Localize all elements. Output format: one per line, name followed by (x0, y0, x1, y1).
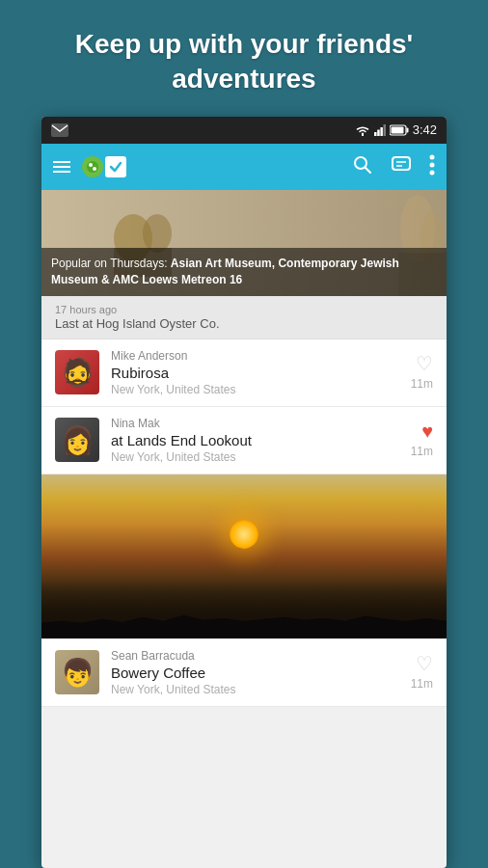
feed-time-mike: 11m (411, 377, 433, 391)
more-options-button[interactable] (429, 154, 435, 179)
feed-location-nina: New York, United States (111, 450, 399, 464)
feed-item-nina[interactable]: 👩 Nina Mak at Lands End Lookout New York… (41, 407, 447, 475)
wifi-icon (355, 124, 370, 136)
logo-check (105, 156, 126, 177)
feed-right-nina: ♥ 11m (411, 421, 433, 458)
gmail-icon (51, 123, 68, 137)
svg-point-17 (430, 162, 435, 167)
feed-time-sean: 11m (411, 677, 433, 691)
feed-right-sean: ♡ 11m (411, 654, 433, 691)
feed-place-mike: Rubirosa (111, 365, 399, 381)
svg-rect-3 (380, 127, 383, 136)
app-logo (82, 156, 126, 177)
messages-button[interactable] (391, 154, 412, 179)
svg-rect-7 (391, 126, 403, 133)
hamburger-menu[interactable] (53, 161, 70, 173)
avatar-nina: 👩 (55, 418, 99, 462)
like-button-sean[interactable]: ♡ (416, 654, 433, 673)
feed-place-nina: at Lands End Lookout (111, 432, 399, 448)
avatar-sean: 👦 (55, 650, 99, 694)
feed-time-nina: 11m (411, 445, 433, 458)
like-button-mike[interactable]: ♡ (416, 354, 433, 373)
like-button-nina[interactable]: ♥ (421, 421, 433, 441)
feed-content-sean: Sean Barracuda Bowery Coffee New York, U… (111, 649, 399, 696)
feed-right-mike: ♡ 11m (411, 354, 433, 391)
banner-prefix: Popular on Thursdays: (51, 257, 171, 270)
svg-rect-6 (406, 127, 408, 132)
nav-icons (352, 154, 435, 179)
feed-item-sean[interactable]: 👦 Sean Barracuda Bowery Coffee New York,… (41, 639, 447, 707)
feed-username-mike: Mike Anderson (111, 349, 399, 363)
section-time: 17 hours ago (55, 304, 433, 315)
svg-point-18 (430, 170, 435, 175)
svg-point-16 (430, 154, 435, 159)
svg-rect-0 (51, 123, 68, 137)
feed-place-sean: Bowery Coffee (111, 665, 399, 681)
status-right: 3:42 (355, 122, 437, 137)
svg-rect-1 (374, 132, 377, 136)
sun (230, 520, 258, 549)
search-button[interactable] (352, 154, 373, 179)
nav-bar (41, 144, 447, 190)
feed-content-nina: Nina Mak at Lands End Lookout New York, … (111, 417, 399, 464)
feed-content-mike: Mike Anderson Rubirosa New York, United … (111, 349, 399, 396)
status-time: 3:42 (413, 122, 437, 137)
photo-post-nina[interactable] (41, 475, 447, 639)
feed-item-mike[interactable]: 🧔 Mike Anderson Rubirosa New York, Unite… (41, 339, 447, 407)
svg-point-8 (87, 161, 98, 173)
feed-location-sean: New York, United States (111, 683, 399, 696)
signal-icon (374, 124, 386, 136)
svg-point-20 (143, 214, 172, 253)
feed-username-sean: Sean Barracuda (111, 649, 399, 663)
svg-point-9 (89, 163, 93, 167)
phone-frame: 3:42 (41, 117, 447, 868)
svg-line-12 (366, 167, 371, 173)
svg-rect-4 (383, 124, 386, 136)
banner: Popular on Thursdays: Asian Art Museum, … (41, 190, 447, 296)
status-left (51, 123, 68, 137)
banner-caption: Popular on Thursdays: Asian Art Museum, … (51, 256, 437, 288)
banner-overlay: Popular on Thursdays: Asian Art Museum, … (41, 248, 447, 296)
sunset-photo (41, 475, 447, 638)
logo-circle (82, 156, 103, 177)
feed-location-mike: New York, United States (111, 383, 399, 396)
section-header: 17 hours ago Last at Hog Island Oyster C… (41, 296, 447, 339)
svg-point-10 (93, 167, 96, 171)
section-title: Last at Hog Island Oyster Co. (55, 316, 433, 331)
svg-rect-13 (393, 157, 410, 170)
status-bar: 3:42 (41, 117, 447, 144)
battery-icon (390, 124, 409, 136)
feed-username-nina: Nina Mak (111, 417, 399, 430)
svg-rect-2 (377, 129, 380, 136)
avatar-mike: 🧔 (55, 350, 99, 394)
hero-title: Keep up with your friends' adventures (0, 0, 488, 117)
